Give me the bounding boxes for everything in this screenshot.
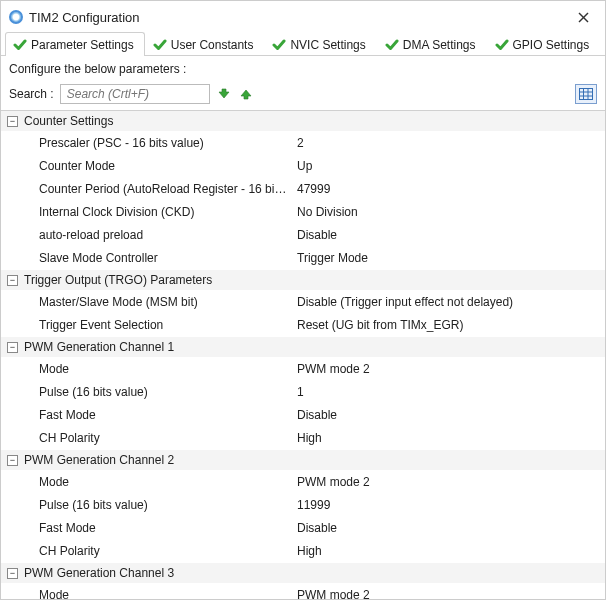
- group-header[interactable]: −PWM Generation Channel 3: [1, 563, 605, 584]
- param-row[interactable]: Pulse (16 bits value)1: [1, 381, 605, 404]
- tab-bar: Parameter SettingsUser ConstantsNVIC Set…: [1, 31, 605, 56]
- param-row[interactable]: Internal Clock Division (CKD)No Division: [1, 201, 605, 224]
- group-title: PWM Generation Channel 1: [24, 340, 174, 354]
- param-label: Mode: [39, 474, 297, 491]
- param-value: PWM mode 2: [297, 474, 605, 491]
- param-row[interactable]: Prescaler (PSC - 16 bits value)2: [1, 132, 605, 155]
- param-row[interactable]: Master/Slave Mode (MSM bit)Disable (Trig…: [1, 291, 605, 314]
- param-row[interactable]: Fast ModeDisable: [1, 517, 605, 540]
- grid-icon: [579, 88, 593, 100]
- param-row[interactable]: ModePWM mode 2: [1, 584, 605, 600]
- param-row[interactable]: Trigger Event SelectionReset (UG bit fro…: [1, 314, 605, 337]
- parameter-panel[interactable]: −Counter SettingsPrescaler (PSC - 16 bit…: [1, 110, 605, 600]
- param-value: Up: [297, 158, 605, 175]
- group-header[interactable]: −PWM Generation Channel 1: [1, 337, 605, 358]
- arrow-down-icon: [218, 88, 230, 100]
- collapse-toggle[interactable]: −: [7, 568, 18, 579]
- param-label: CH Polarity: [39, 430, 297, 447]
- param-label: Slave Mode Controller: [39, 250, 297, 267]
- search-prev-button[interactable]: [238, 86, 254, 102]
- collapse-toggle[interactable]: −: [7, 275, 18, 286]
- arrow-up-icon: [240, 88, 252, 100]
- param-value: PWM mode 2: [297, 587, 605, 600]
- param-value: High: [297, 430, 605, 447]
- param-label: CH Polarity: [39, 543, 297, 560]
- search-label: Search :: [9, 87, 54, 101]
- param-value: 11999: [297, 497, 605, 514]
- window-title: TIM2 Configuration: [29, 10, 571, 25]
- param-label: auto-reload preload: [39, 227, 297, 244]
- group-header[interactable]: −Trigger Output (TRGO) Parameters: [1, 270, 605, 291]
- param-value: 2: [297, 135, 605, 152]
- param-label: Mode: [39, 587, 297, 600]
- close-icon: [578, 12, 589, 23]
- param-row[interactable]: ModePWM mode 2: [1, 471, 605, 494]
- group-title: PWM Generation Channel 3: [24, 566, 174, 580]
- tab-label: User Constants: [171, 38, 254, 52]
- param-row[interactable]: Counter Period (AutoReload Register - 16…: [1, 178, 605, 201]
- check-icon: [385, 38, 399, 52]
- param-label: Trigger Event Selection: [39, 317, 297, 334]
- param-row[interactable]: CH PolarityHigh: [1, 427, 605, 450]
- tab-gpio-settings[interactable]: GPIO Settings: [487, 32, 601, 56]
- param-row[interactable]: CH PolarityHigh: [1, 540, 605, 563]
- tab-label: NVIC Settings: [290, 38, 365, 52]
- collapse-toggle[interactable]: −: [7, 116, 18, 127]
- app-icon: [9, 10, 23, 24]
- param-label: Pulse (16 bits value): [39, 384, 297, 401]
- tab-label: DMA Settings: [403, 38, 476, 52]
- param-row[interactable]: auto-reload preloadDisable: [1, 224, 605, 247]
- param-label: Fast Mode: [39, 520, 297, 537]
- param-row[interactable]: Pulse (16 bits value)11999: [1, 494, 605, 517]
- tab-dma-settings[interactable]: DMA Settings: [377, 32, 487, 56]
- param-value: 47999: [297, 181, 605, 198]
- param-row[interactable]: Counter ModeUp: [1, 155, 605, 178]
- param-value: High: [297, 543, 605, 560]
- tab-label: GPIO Settings: [513, 38, 590, 52]
- titlebar: TIM2 Configuration: [1, 1, 605, 31]
- param-label: Fast Mode: [39, 407, 297, 424]
- tab-nvic-settings[interactable]: NVIC Settings: [264, 32, 376, 56]
- collapse-toggle[interactable]: −: [7, 455, 18, 466]
- param-row[interactable]: Fast ModeDisable: [1, 404, 605, 427]
- param-label: Counter Mode: [39, 158, 297, 175]
- param-label: Internal Clock Division (CKD): [39, 204, 297, 221]
- param-label: Master/Slave Mode (MSM bit): [39, 294, 297, 311]
- param-row[interactable]: ModePWM mode 2: [1, 358, 605, 381]
- param-label: Prescaler (PSC - 16 bits value): [39, 135, 297, 152]
- group-header[interactable]: −PWM Generation Channel 2: [1, 450, 605, 471]
- group-header[interactable]: −Counter Settings: [1, 111, 605, 132]
- search-next-button[interactable]: [216, 86, 232, 102]
- param-value: Disable: [297, 407, 605, 424]
- search-bar: Search :: [1, 80, 605, 110]
- configure-instruction: Configure the below parameters :: [1, 56, 605, 80]
- param-value: Reset (UG bit from TIMx_EGR): [297, 317, 605, 334]
- tab-user-constants[interactable]: User Constants: [145, 32, 265, 56]
- check-icon: [272, 38, 286, 52]
- param-label: Mode: [39, 361, 297, 378]
- check-icon: [495, 38, 509, 52]
- collapse-toggle[interactable]: −: [7, 342, 18, 353]
- param-label: Counter Period (AutoReload Register - 16…: [39, 181, 297, 198]
- param-value: No Division: [297, 204, 605, 221]
- group-title: PWM Generation Channel 2: [24, 453, 174, 467]
- param-value: PWM mode 2: [297, 361, 605, 378]
- param-value: 1: [297, 384, 605, 401]
- param-value: Disable: [297, 227, 605, 244]
- view-toggle-button[interactable]: [575, 84, 597, 104]
- param-row[interactable]: Slave Mode ControllerTrigger Mode: [1, 247, 605, 270]
- check-icon: [13, 38, 27, 52]
- param-value: Trigger Mode: [297, 250, 605, 267]
- check-icon: [153, 38, 167, 52]
- svg-rect-2: [580, 89, 593, 100]
- group-title: Counter Settings: [24, 114, 113, 128]
- tab-parameter-settings[interactable]: Parameter Settings: [5, 32, 145, 56]
- param-value: Disable (Trigger input effect not delaye…: [297, 294, 605, 311]
- param-value: Disable: [297, 520, 605, 537]
- param-label: Pulse (16 bits value): [39, 497, 297, 514]
- close-button[interactable]: [571, 5, 595, 29]
- tab-label: Parameter Settings: [31, 38, 134, 52]
- search-input[interactable]: [60, 84, 210, 104]
- group-title: Trigger Output (TRGO) Parameters: [24, 273, 212, 287]
